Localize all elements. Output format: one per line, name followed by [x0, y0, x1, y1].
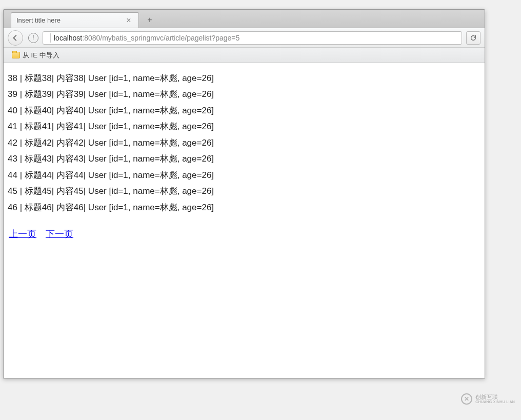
bookmarks-bar: 从 IE 中导入 — [4, 48, 485, 63]
url-path: :8080/mybatis_springmvc/article/pagelist… — [82, 34, 239, 42]
data-row: 41 | 标题41| 内容41| User [id=1, name=林彪, ag… — [8, 118, 480, 134]
tab-bar: Insert title here × + — [4, 10, 485, 28]
data-row: 39 | 标题39| 内容39| User [id=1, name=林彪, ag… — [8, 86, 480, 102]
folder-icon — [12, 52, 20, 58]
divider — [50, 33, 51, 43]
prev-page-link[interactable]: 上一页 — [9, 226, 36, 243]
reload-button[interactable] — [466, 31, 480, 45]
back-button[interactable] — [8, 30, 23, 46]
browser-tab[interactable]: Insert title here × — [11, 12, 139, 28]
address-bar: i localhost:8080/mybatis_springmvc/artic… — [4, 28, 485, 48]
watermark-logo-icon: ✕ — [461, 393, 472, 405]
reload-icon — [470, 34, 477, 42]
data-row: 38 | 标题38| 内容38| User [id=1, name=林彪, ag… — [8, 70, 480, 86]
watermark: ✕ 创新互联 CHUANG XINHU LIAN — [461, 393, 515, 405]
bookmark-label: 从 IE 中导入 — [23, 51, 59, 60]
watermark-sub: CHUANG XINHU LIAN — [475, 400, 515, 404]
data-row: 46 | 标题46| 内容46| User [id=1, name=林彪, ag… — [8, 199, 480, 215]
arrow-left-icon — [12, 34, 19, 42]
data-row: 42 | 标题42| 内容42| User [id=1, name=林彪, ag… — [8, 135, 480, 151]
url-text: localhost:8080/mybatis_springmvc/article… — [54, 34, 457, 42]
data-row: 44 | 标题44| 内容44| User [id=1, name=林彪, ag… — [8, 167, 480, 183]
url-host: localhost — [54, 34, 82, 42]
url-input[interactable]: localhost:8080/mybatis_springmvc/article… — [43, 31, 462, 45]
browser-window: Insert title here × + i localhost:8080/m… — [3, 9, 485, 378]
data-row: 45 | 标题45| 内容45| User [id=1, name=林彪, ag… — [8, 183, 480, 199]
new-tab-button[interactable]: + — [142, 14, 157, 26]
next-page-link[interactable]: 下一页 — [46, 226, 73, 243]
data-row: 43 | 标题43| 内容43| User [id=1, name=林彪, ag… — [8, 151, 480, 167]
close-icon[interactable]: × — [124, 16, 133, 25]
pagination: 上一页 下一页 — [8, 226, 480, 243]
watermark-brand: 创新互联 — [475, 394, 515, 400]
page-content: 38 | 标题38| 内容38| User [id=1, name=林彪, ag… — [4, 63, 485, 250]
data-row: 40 | 标题40| 内容40| User [id=1, name=林彪, ag… — [8, 103, 480, 118]
site-info-icon[interactable]: i — [28, 33, 38, 43]
tab-title: Insert title here — [16, 16, 124, 24]
data-list: 38 | 标题38| 内容38| User [id=1, name=林彪, ag… — [8, 70, 480, 215]
watermark-text: 创新互联 CHUANG XINHU LIAN — [475, 394, 515, 404]
bookmark-ie-import[interactable]: 从 IE 中导入 — [9, 49, 63, 62]
